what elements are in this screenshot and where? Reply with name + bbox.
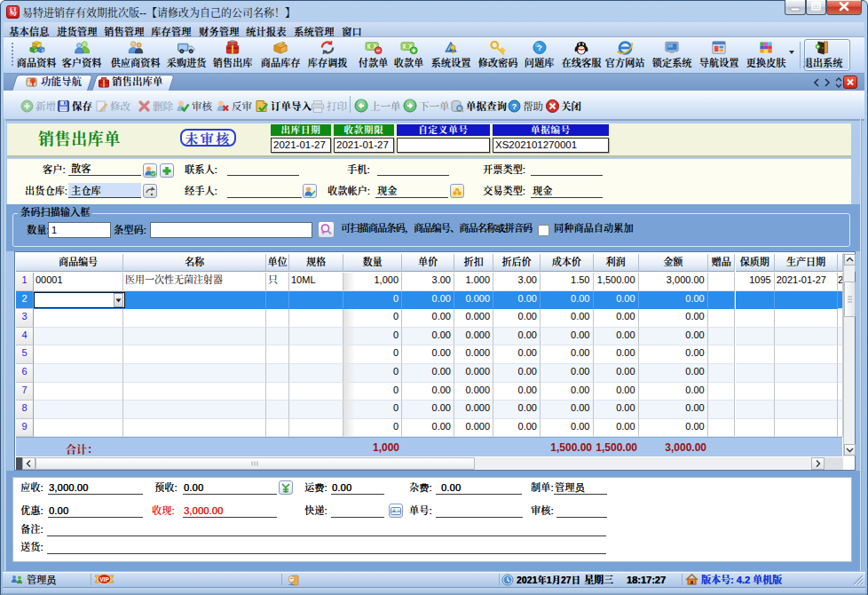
svg-text:VIP: VIP [99,576,109,583]
svg-text:?: ? [512,101,517,111]
svg-text:?: ? [537,43,542,52]
